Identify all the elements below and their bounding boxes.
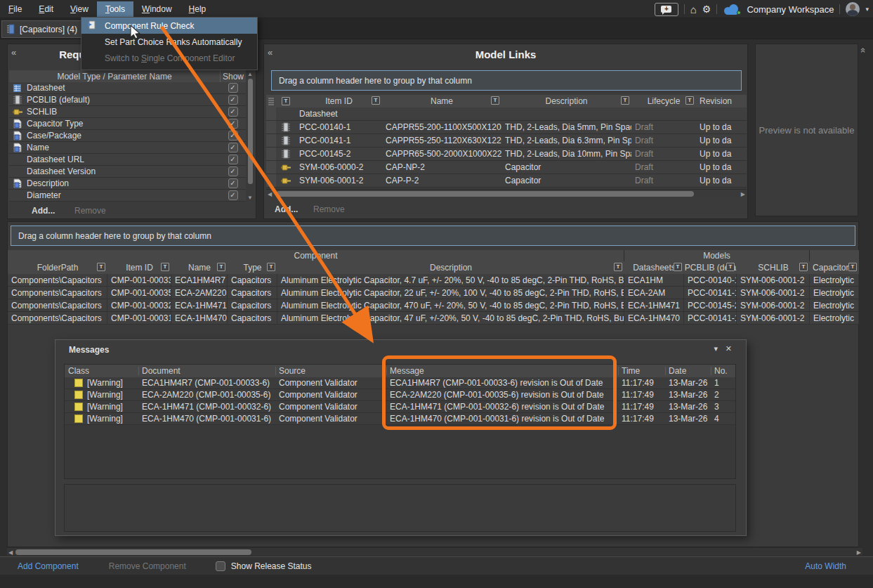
show-checkbox[interactable]: ✓ [228,155,238,164]
show-checkbox[interactable]: ✓ [228,95,238,105]
menu-item-set-part-choice-ranks-automatically[interactable]: Set Part Choice Ranks Automatically [81,34,257,50]
show-checkbox[interactable]: ✓ [228,107,238,117]
column-header-item-id[interactable]: Item IDT [107,261,171,274]
menu-view[interactable]: View [62,1,97,17]
required-row[interactable]: Datasheet ✓ [9,82,246,94]
component-row[interactable]: Components\CapacitorsCMP-001-00032ECA-1H… [8,299,859,312]
scroll-left-icon[interactable]: ◀ [268,191,272,197]
required-row[interactable]: Datasheet Version ✓ [9,166,246,178]
collapse-panel-icon[interactable]: « [11,47,16,58]
model-link-row[interactable]: SYM-006-0001-2 CAP-P-2 Capacitor Draft U… [266,174,747,188]
menu-help[interactable]: Help [180,1,215,17]
menu-item-switch-to-single-component-editor[interactable]: Switch to Single Component Editor [81,50,257,66]
gear-icon[interactable]: ⚙ [702,4,711,15]
required-vscrollbar[interactable]: ▲ ▼ [247,70,254,202]
filter-icon[interactable]: T [726,263,735,271]
show-checkbox[interactable]: ✓ [228,83,238,93]
column-header-no.[interactable]: No. [711,365,735,377]
filter-icon[interactable]: T [217,263,225,271]
avatar[interactable] [846,2,860,16]
filter-icon[interactable]: T [282,97,290,105]
show-checkbox[interactable]: ✓ [228,190,238,200]
filter-icon[interactable]: T [799,263,808,271]
column-header-capacitor-t[interactable]: Capacitor TT [810,261,859,274]
tab-capacitors[interactable]: [Capacitors] (4) [1,20,85,38]
scroll-right-icon[interactable]: ▶ [741,191,745,197]
required-row[interactable]: Datasheet URL ✓ [9,154,246,166]
column-header-type[interactable]: TypeT [228,261,277,274]
show-checkbox[interactable]: ✓ [228,166,238,176]
menu-window[interactable]: Window [133,1,180,17]
show-checkbox[interactable]: ✓ [228,119,238,129]
filter-icon[interactable]: T [621,96,629,105]
auto-width-button[interactable]: Auto Width [805,561,846,571]
show-checkbox[interactable]: ✓ [228,131,238,141]
remove-component-button[interactable]: Remove Component [109,561,186,571]
required-row[interactable]: SCHLIB ✓ [9,106,246,118]
column-header-document[interactable]: Document [138,365,275,377]
model-links-hscrollbar[interactable]: ◀ ▶ [266,189,747,197]
scroll-left-icon[interactable]: ◀ [8,549,13,556]
component-row[interactable]: Components\CapacitorsCMP-001-00031ECA-1H… [8,312,859,325]
panel-close-icon[interactable]: ✕ [726,344,732,353]
required-add-button[interactable]: Add... [32,206,55,216]
workspace-label[interactable]: Company Workspace [747,4,834,15]
column-header-name[interactable]: NameT [171,261,228,274]
chevron-down-icon[interactable]: ▾ [865,6,869,13]
component-row[interactable]: Components\CapacitorsCMP-001-00033ECA1HM… [8,274,859,287]
column-header-folderpath[interactable]: FolderPathT [8,261,107,274]
scroll-down-icon[interactable]: ▼ [247,195,253,201]
feedback-chat-button[interactable]: + [655,3,678,16]
required-row[interactable]: Diameter ✓ [9,190,246,202]
components-groupby-bar[interactable]: Drag a column header here to group by th… [11,226,855,246]
column-header-schlib[interactable]: SCHLIBT [737,261,810,274]
required-row[interactable]: PCBLIB (default) ✓ [9,94,246,106]
required-row[interactable]: Capacitor Type ✓ [9,118,246,130]
filter-icon[interactable]: T [267,263,275,271]
panel-dropdown-icon[interactable]: ▾ [714,344,718,353]
filter-icon[interactable]: T [614,263,622,271]
column-header-source[interactable]: Source [275,365,386,377]
column-header-date[interactable]: Date [665,365,711,377]
menu-tools[interactable]: Tools [97,1,133,17]
column-header-pcblib-defa[interactable]: PCBLIB (defaT [684,261,737,274]
scroll-right-icon[interactable]: ▶ [857,549,861,556]
column-header-time[interactable]: Time [618,365,665,377]
show-release-status-checkbox[interactable] [216,561,225,571]
filter-icon[interactable]: T [97,263,105,271]
show-checkbox[interactable]: ✓ [228,143,238,152]
filter-icon[interactable]: T [372,96,380,105]
required-row[interactable]: Description ✓ [9,178,246,190]
model-link-row[interactable]: SYM-006-0000-2 CAP-NP-2 Capacitor Draft … [266,161,747,174]
show-checkbox[interactable]: ✓ [228,178,238,188]
collapse-panel-icon[interactable]: « [268,47,273,58]
scroll-up-icon[interactable]: ▲ [247,71,253,77]
main-hscrollbar[interactable]: ◀ ▶ [7,547,862,556]
filter-icon[interactable]: T [491,96,499,105]
component-row[interactable]: Components\CapacitorsCMP-001-00035ECA-2A… [8,287,859,299]
add-component-button[interactable]: Add Component [18,561,79,571]
menu-edit[interactable]: Edit [30,1,62,17]
required-remove-button[interactable]: Remove [74,206,106,216]
model-link-row[interactable]: Datasheet [266,107,747,121]
model-links-add-button[interactable]: Add... [275,204,298,214]
model-link-row[interactable]: PCC-00141-1 CAPPR55-250-1120X630X1220 TH… [266,134,747,148]
model-links-remove-button[interactable]: Remove [313,204,345,214]
menu-file[interactable]: File [0,1,30,17]
required-row[interactable]: Name ✓ [9,142,246,154]
column-header-class[interactable]: Class [65,365,138,377]
column-header-description[interactable]: DescriptionT [277,261,624,274]
filter-icon[interactable]: T [685,96,694,105]
column-header-datasheets[interactable]: DatasheetsT [624,261,684,274]
model-link-row[interactable]: PCC-00140-1 CAPPR55-200-1100X500X1200 TH… [266,121,747,134]
model-links-groupby-bar[interactable]: Drag a column header here to group by th… [271,70,742,91]
home-icon[interactable]: ⌂ [690,4,697,15]
column-header[interactable]: Show [220,70,246,82]
filter-icon[interactable]: T [848,263,857,271]
filter-icon[interactable]: T [674,263,682,271]
required-row[interactable]: Case/Package ✓ [9,130,246,142]
collapse-up-icon[interactable]: « [858,48,869,53]
column-header[interactable]: Model Type / Parameter Name [9,70,220,82]
menu-item-component-rule-check[interactable]: Component Rule Check [81,18,257,34]
filter-icon[interactable]: T [161,263,169,271]
